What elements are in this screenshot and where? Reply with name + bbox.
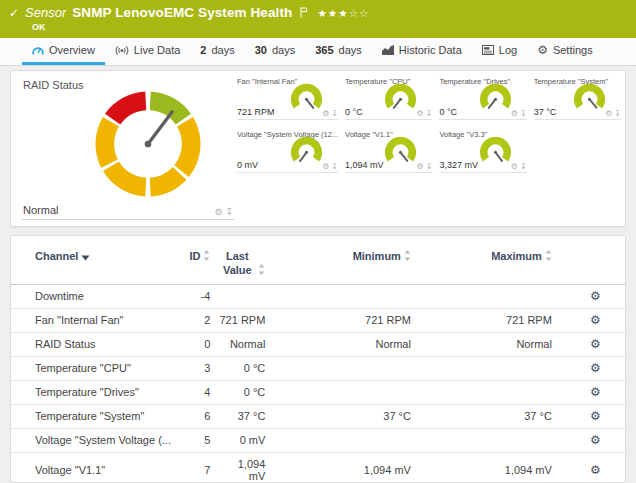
tab-label: Log	[499, 44, 517, 56]
gauge-tile-temperature-cpu[interactable]: Temperature "CPU"0 °C⚙↧	[345, 76, 432, 120]
gauge-pin-icon[interactable]: ↧	[520, 110, 527, 118]
star-empty-icon: ☆	[359, 7, 369, 19]
col-header-maximum[interactable]: Maximum	[419, 248, 560, 284]
channel-id-cell: 5	[179, 428, 218, 452]
channel-table-panel: Channel ID Last Value Minimum Maximum Do…	[10, 235, 626, 483]
gauge-pin-icon[interactable]: ↧	[520, 163, 527, 171]
gauge-value: 1,094 mV	[345, 160, 384, 170]
channel-actions-cell: ⚙	[560, 428, 625, 452]
channel-settings-gear-icon[interactable]: ⚙	[590, 463, 601, 477]
gauge-arc	[288, 80, 325, 117]
channel-table-header-row: Channel ID Last Value Minimum Maximum	[11, 248, 625, 284]
col-header-channel[interactable]: Channel	[11, 248, 179, 284]
channel-row-raid-status[interactable]: RAID Status0NormalNormalNormal⚙	[11, 332, 625, 356]
channel-row-fan-internal-fan[interactable]: Fan "Internal Fan"2721 RPM721 RPM721 RPM…	[11, 308, 625, 332]
channel-name-cell: RAID Status	[11, 332, 179, 356]
gauge-arc	[571, 80, 608, 117]
gauge-tile-voltage-system-voltage-12[interactable]: Voltage "System Voltage (12...0 mV⚙↧	[237, 129, 338, 173]
col-header-maximum-label: Maximum	[491, 250, 542, 262]
channel-actions-cell: ⚙	[560, 284, 625, 308]
log-icon	[482, 45, 494, 55]
gauge-settings-gear-icon[interactable]: ⚙	[417, 110, 424, 118]
tab-label: Overview	[49, 44, 95, 56]
gauge-tile-temperature-drives[interactable]: Temperature "Drives"0 °C⚙↧	[439, 76, 526, 120]
channel-row-voltage-system-voltage[interactable]: Voltage "System Voltage (...50 mV⚙	[11, 428, 625, 452]
overview-panel: RAID Status Normal ⚙ ↧ Fan "Internal Fan…	[10, 70, 626, 227]
gauge-arc	[288, 133, 325, 170]
gauge-pin-icon[interactable]: ↧	[426, 163, 433, 171]
tab-30-days[interactable]: 30days	[245, 38, 306, 65]
tab-live-data[interactable]: Live Data	[105, 38, 190, 65]
channel-last-value-cell: 0 mV	[218, 428, 273, 452]
gauge-icons: ⚙↧	[417, 110, 433, 118]
gauge-value: 37 °C	[534, 107, 557, 117]
gauge-icons: ⚙↧	[511, 163, 527, 171]
channel-last-value-cell: 721 RPM	[218, 308, 273, 332]
gauge-pin-icon[interactable]: ↧	[331, 163, 338, 171]
channel-id-cell: 2	[179, 308, 218, 332]
gauge-settings-gear-icon[interactable]: ⚙	[511, 163, 518, 171]
sort-updown-icon	[258, 264, 265, 275]
raid-gauge-value: Normal	[23, 204, 58, 216]
gauge-tile-temperature-system[interactable]: Temperature "System"37 °C⚙↧	[534, 76, 621, 120]
channel-row-temperature-system[interactable]: Temperature "System"637 °C37 °C37 °C⚙	[11, 404, 625, 428]
sensor-status-text: OK	[32, 22, 626, 32]
channel-maximum-cell	[419, 356, 560, 380]
gauge-settings-gear-icon[interactable]: ⚙	[322, 110, 329, 118]
tab-settings[interactable]: ⚙Settings	[527, 38, 603, 65]
channel-actions-cell: ⚙	[560, 404, 625, 428]
gauge-pin-icon[interactable]: ↧	[614, 110, 621, 118]
channel-settings-gear-icon[interactable]: ⚙	[590, 385, 601, 399]
col-header-minimum[interactable]: Minimum	[273, 248, 419, 284]
gauge-settings-gear-icon[interactable]: ⚙	[605, 110, 612, 118]
gauge-arc	[477, 80, 514, 117]
tab-historic-data[interactable]: Historic Data	[372, 38, 472, 65]
gauge-tile-fan-internal-fan[interactable]: Fan "Internal Fan"721 RPM⚙↧	[237, 76, 338, 120]
gauge-settings-gear-icon[interactable]: ⚙	[214, 208, 222, 217]
col-header-id[interactable]: ID	[179, 248, 218, 284]
channel-last-value-cell: 0 °C	[218, 380, 273, 404]
channel-settings-gear-icon[interactable]: ⚙	[590, 289, 601, 303]
channel-name-cell: Temperature "CPU"	[11, 356, 179, 380]
gauge-value: 0 °C	[345, 107, 363, 117]
channel-last-value-cell: 37 °C	[218, 404, 273, 428]
channel-settings-gear-icon[interactable]: ⚙	[590, 409, 601, 423]
channel-row-temperature-cpu[interactable]: Temperature "CPU"30 °C⚙	[11, 356, 625, 380]
channel-minimum-cell	[273, 380, 419, 404]
gauge-pin-icon[interactable]: ↧	[426, 110, 433, 118]
channel-row-voltage-v1-1[interactable]: Voltage "V1.1"71,094 mV1,094 mV1,094 mV⚙	[11, 452, 625, 483]
flag-icon[interactable]	[300, 7, 308, 18]
broadcast-icon	[115, 45, 129, 56]
gauge-tile-voltage-v3-3[interactable]: Voltage "V3.3"3,327 mV⚙↧	[439, 129, 526, 173]
gauge-pin-icon[interactable]: ↧	[331, 110, 338, 118]
col-header-last-value[interactable]: Last Value	[218, 248, 273, 284]
raid-gauge-title: RAID Status	[23, 79, 84, 91]
channel-id-cell: 6	[179, 404, 218, 428]
channel-last-value-cell	[218, 284, 273, 308]
tab-365-days[interactable]: 365days	[305, 38, 372, 65]
priority-stars[interactable]: ★★★☆☆	[317, 7, 369, 19]
channel-settings-gear-icon[interactable]: ⚙	[590, 433, 601, 447]
tab-log[interactable]: Log	[472, 38, 527, 65]
channel-maximum-cell: Normal	[419, 332, 560, 356]
channel-settings-gear-icon[interactable]: ⚙	[590, 361, 601, 375]
raid-status-tile[interactable]: RAID Status Normal ⚙ ↧	[22, 77, 234, 220]
channel-settings-gear-icon[interactable]: ⚙	[590, 337, 601, 351]
tab-2-days[interactable]: 2days	[190, 38, 244, 65]
channel-settings-gear-icon[interactable]: ⚙	[590, 313, 601, 327]
star-filled-icon: ★	[338, 7, 348, 19]
gauge-pin-icon[interactable]: ↧	[225, 208, 233, 217]
status-ok-check-icon: ✓	[9, 6, 19, 20]
gauge-tile-voltage-v1-1[interactable]: Voltage "V1.1"1,094 mV⚙↧	[345, 129, 432, 173]
channel-maximum-cell	[419, 428, 560, 452]
object-kind-label: Sensor	[25, 5, 66, 20]
sensor-title: SNMP LenovoEMC System Health	[72, 5, 292, 20]
channel-row-downtime[interactable]: Downtime-4⚙	[11, 284, 625, 308]
gauge-settings-gear-icon[interactable]: ⚙	[417, 163, 424, 171]
sort-updown-icon	[404, 250, 411, 261]
gauge-settings-gear-icon[interactable]: ⚙	[511, 110, 518, 118]
tab-overview[interactable]: Overview	[22, 38, 105, 65]
channel-name-cell: Fan "Internal Fan"	[11, 308, 179, 332]
channel-row-temperature-drives[interactable]: Temperature "Drives"40 °C⚙	[11, 380, 625, 404]
gauge-settings-gear-icon[interactable]: ⚙	[322, 163, 329, 171]
